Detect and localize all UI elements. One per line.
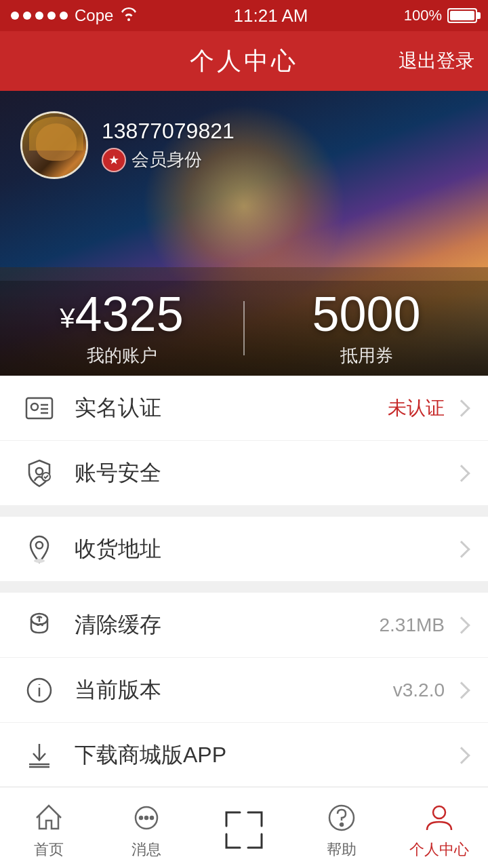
balance-value: ¥4325 — [60, 290, 183, 338]
svg-point-24 — [340, 823, 343, 826]
user-badge: ★ 会员身份 — [102, 148, 235, 172]
tab-bar: 首页 消息 — [0, 787, 488, 868]
voucher-label: 抵用券 — [340, 344, 393, 368]
user-phone: 13877079821 — [102, 119, 235, 144]
balance-currency: ¥ — [60, 302, 75, 332]
logout-button[interactable]: 退出登录 — [399, 48, 474, 74]
menu-separator-2 — [0, 582, 488, 593]
real-name-value: 未认证 — [388, 395, 445, 421]
version-icon — [20, 671, 58, 709]
menu-item-shipping[interactable]: 收货地址 — [0, 517, 488, 582]
version-label: 当前版本 — [75, 675, 393, 705]
avatar[interactable] — [20, 111, 88, 179]
tab-profile-label: 个人中心 — [409, 840, 469, 860]
hero-banner: 13877079821 ★ 会员身份 ¥4325 我的账户 5000 抵用券 — [0, 91, 488, 376]
profile-icon — [422, 800, 457, 835]
messages-icon — [129, 800, 164, 835]
svg-point-7 — [36, 542, 43, 549]
svg-point-22 — [150, 816, 153, 819]
clear-cache-label: 清除缓存 — [75, 610, 380, 640]
real-name-icon — [20, 389, 58, 427]
menu-item-account-security[interactable]: 账号安全 — [0, 441, 488, 506]
tab-item-messages[interactable]: 消息 — [98, 796, 195, 860]
scan-icon — [217, 803, 271, 857]
signal-dots — [11, 12, 68, 20]
tab-help-label: 帮助 — [327, 840, 357, 860]
balance-block[interactable]: ¥4325 我的账户 — [0, 290, 243, 368]
avatar-image — [22, 113, 86, 177]
tab-messages-label: 消息 — [131, 840, 161, 860]
clear-cache-icon — [20, 606, 58, 644]
clear-cache-chevron — [453, 616, 470, 633]
help-icon — [324, 800, 359, 835]
home-icon — [31, 800, 66, 835]
battery-icon — [447, 8, 477, 23]
account-security-chevron — [453, 465, 470, 481]
tab-item-home[interactable]: 首页 — [0, 796, 98, 860]
shipping-chevron — [453, 540, 470, 557]
download-label: 下载商城版APP — [75, 741, 455, 770]
voucher-block[interactable]: 5000 抵用券 — [245, 290, 488, 368]
account-security-icon — [20, 454, 58, 492]
tab-item-profile[interactable]: 个人中心 — [390, 796, 488, 860]
svg-point-25 — [433, 806, 445, 818]
download-icon — [20, 736, 58, 774]
status-left: Cope — [11, 6, 138, 25]
svg-point-1 — [31, 403, 38, 410]
member-badge-icon: ★ — [102, 148, 126, 172]
svg-point-21 — [145, 816, 148, 819]
version-chevron — [453, 682, 470, 698]
menu-section: 实名认证 未认证 账号安全 收货地址 — [0, 376, 488, 788]
menu-item-download[interactable]: 下载商城版APP — [0, 723, 488, 788]
user-details: 13877079821 ★ 会员身份 — [102, 119, 235, 172]
menu-item-version[interactable]: 当前版本 v3.2.0 — [0, 658, 488, 723]
balance-label: 我的账户 — [87, 344, 157, 368]
svg-point-8 — [34, 559, 45, 563]
voucher-value: 5000 — [312, 290, 420, 338]
status-time: 11:21 AM — [234, 5, 308, 26]
menu-item-real-name[interactable]: 实名认证 未认证 — [0, 376, 488, 441]
shipping-icon — [20, 530, 58, 568]
svg-point-5 — [36, 468, 43, 475]
badge-star: ★ — [108, 153, 119, 167]
account-security-label: 账号安全 — [75, 458, 455, 488]
real-name-chevron — [453, 399, 470, 416]
tab-item-help[interactable]: 帮助 — [293, 796, 390, 860]
menu-item-clear-cache[interactable]: 清除缓存 2.31MB — [0, 593, 488, 658]
status-bar: Cope 11:21 AM 100% — [0, 0, 488, 31]
real-name-label: 实名认证 — [75, 393, 388, 423]
svg-point-20 — [140, 816, 142, 819]
shipping-label: 收货地址 — [75, 534, 455, 564]
user-role: 会员身份 — [131, 148, 202, 172]
wifi-icon — [120, 6, 138, 25]
status-right: 100% — [404, 7, 477, 24]
download-chevron — [453, 747, 470, 764]
page-title: 个人中心 — [190, 45, 298, 78]
version-value: v3.2.0 — [393, 679, 445, 701]
menu-separator-1 — [0, 506, 488, 517]
nav-bar: 个人中心 退出登录 — [0, 31, 488, 91]
clear-cache-value: 2.31MB — [380, 614, 445, 636]
account-stats: ¥4325 我的账户 5000 抵用券 — [0, 281, 488, 376]
svg-rect-0 — [26, 398, 52, 418]
tab-home-label: 首页 — [34, 840, 64, 860]
tab-item-scan[interactable] — [195, 799, 293, 857]
battery-percent: 100% — [404, 7, 442, 24]
user-info: 13877079821 ★ 会员身份 — [20, 111, 235, 179]
carrier-label: Cope — [75, 6, 113, 25]
